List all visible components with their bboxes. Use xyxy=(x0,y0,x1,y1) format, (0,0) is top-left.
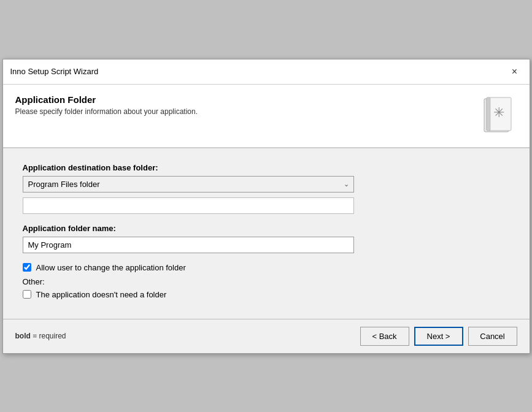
no-folder-label[interactable]: The application doesn't need a folder xyxy=(36,290,167,299)
title-bar: Inno Setup Script Wizard × xyxy=(3,59,530,85)
footer-buttons: < Back Next > Cancel xyxy=(360,327,517,346)
folder-name-label: Application folder name: xyxy=(23,224,510,233)
dialog-title: Inno Setup Script Wizard xyxy=(10,67,99,76)
next-button[interactable]: Next > xyxy=(414,327,463,346)
back-button[interactable]: < Back xyxy=(360,327,409,346)
footer-hint: bold = required xyxy=(15,332,66,340)
destination-select-wrapper: Program Files folder Program Files (x86)… xyxy=(23,176,354,193)
no-folder-checkbox[interactable] xyxy=(23,290,31,299)
cancel-button[interactable]: Cancel xyxy=(468,327,517,346)
destination-group: Application destination base folder: Pro… xyxy=(23,163,510,214)
hint-bold: bold xyxy=(15,332,31,340)
folder-name-group: Application folder name: xyxy=(23,224,510,253)
close-button[interactable]: × xyxy=(507,64,522,79)
header-section: Application Folder Please specify folder… xyxy=(3,85,530,148)
destination-select[interactable]: Program Files folder Program Files (x86)… xyxy=(23,176,354,193)
dialog-window: Inno Setup Script Wizard × Application F… xyxy=(2,59,530,354)
allow-change-label[interactable]: Allow user to change the application fol… xyxy=(36,263,186,272)
destination-custom-input[interactable] xyxy=(23,197,354,214)
destination-label: Application destination base folder: xyxy=(23,163,510,172)
no-folder-row: The application doesn't need a folder xyxy=(23,290,510,299)
page-subtitle: Please specify folder information about … xyxy=(15,107,198,116)
svg-rect-2 xyxy=(487,97,490,131)
content-area: Application destination base folder: Pro… xyxy=(3,148,530,319)
page-title: Application Folder xyxy=(15,94,198,105)
allow-change-row: Allow user to change the application fol… xyxy=(23,263,510,272)
svg-text:✳: ✳ xyxy=(493,105,504,120)
other-label: Other: xyxy=(23,277,510,286)
allow-change-checkbox[interactable] xyxy=(23,263,31,272)
folder-name-input[interactable] xyxy=(23,237,354,253)
hint-text: = required xyxy=(31,332,66,340)
book-icon: ✳ xyxy=(478,94,517,137)
header-text: Application Folder Please specify folder… xyxy=(15,94,198,116)
footer: bold = required < Back Next > Cancel xyxy=(3,319,530,353)
